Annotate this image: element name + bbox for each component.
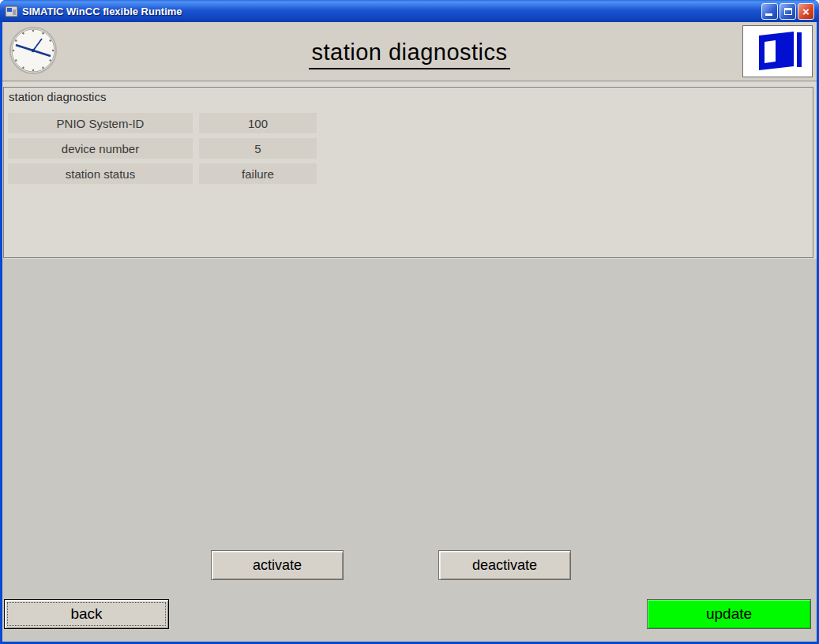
titlebar[interactable]: SIMATIC WinCC flexible Runtime × bbox=[0, 0, 819, 22]
groupbox-label: station diagnostics bbox=[9, 90, 106, 103]
close-icon: × bbox=[802, 6, 810, 17]
page-title: station diagnostics bbox=[2, 39, 817, 69]
screen-header: station diagnostics bbox=[2, 22, 817, 81]
diag-value-cell: 5 bbox=[199, 138, 317, 159]
diag-value-cell: 100 bbox=[199, 113, 317, 133]
minimize-icon bbox=[765, 13, 772, 16]
table-row: PNIO System-ID 100 bbox=[8, 113, 317, 133]
back-button[interactable]: back bbox=[4, 599, 169, 629]
exit-door-icon bbox=[749, 30, 806, 73]
diagnostics-groupbox: station diagnostics PNIO System-ID 100 d… bbox=[3, 87, 813, 258]
diag-label-cell: PNIO System-ID bbox=[8, 113, 193, 133]
app-icon bbox=[5, 5, 18, 18]
close-button[interactable]: × bbox=[798, 3, 814, 20]
maximize-button[interactable] bbox=[780, 3, 796, 20]
diagnostics-panel: station diagnostics PNIO System-ID 100 d… bbox=[2, 82, 817, 259]
diag-label-cell: device number bbox=[8, 138, 193, 159]
client-area: station diagnostics station diagnostics … bbox=[2, 22, 817, 642]
exit-button[interactable] bbox=[742, 25, 813, 77]
diagnostics-table: PNIO System-ID 100 device number 5 stati… bbox=[8, 113, 317, 189]
table-row: device number 5 bbox=[8, 138, 317, 159]
page-title-text: station diagnostics bbox=[309, 39, 509, 69]
table-row: station status failure bbox=[8, 163, 317, 184]
maximize-icon bbox=[784, 8, 792, 15]
diag-value-cell: failure bbox=[199, 163, 317, 184]
app-window: SIMATIC WinCC flexible Runtime × bbox=[0, 0, 819, 644]
update-button[interactable]: update bbox=[647, 599, 811, 629]
activate-button[interactable]: activate bbox=[211, 550, 344, 580]
window-title: SIMATIC WinCC flexible Runtime bbox=[22, 6, 761, 17]
diag-label-cell: station status bbox=[8, 163, 193, 184]
minimize-button[interactable] bbox=[761, 3, 778, 20]
deactivate-button[interactable]: deactivate bbox=[438, 550, 571, 580]
